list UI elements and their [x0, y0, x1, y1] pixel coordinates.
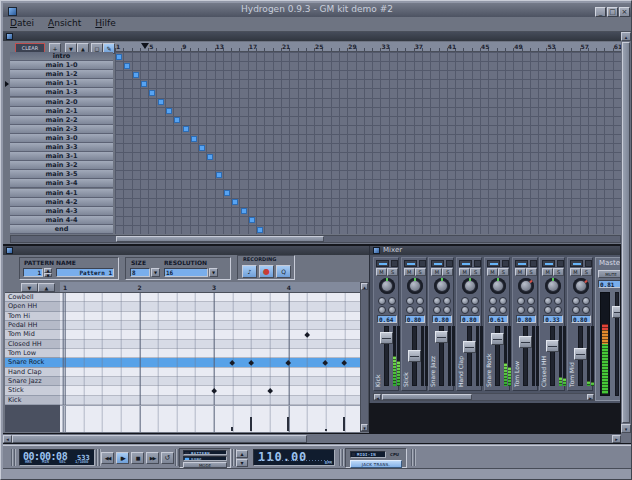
mixer-scroll-left-button[interactable]: ◂: [374, 394, 381, 400]
fx-send-knob[interactable]: [527, 306, 535, 314]
fx-send-knob[interactable]: [461, 297, 469, 305]
sequence-cell[interactable]: [166, 108, 172, 114]
fader[interactable]: [574, 348, 587, 360]
pattern-row[interactable]: main 4-4: [10, 216, 113, 225]
sequence-cell[interactable]: [158, 99, 164, 105]
workspace-scroll-down-button[interactable]: ▾: [621, 424, 631, 433]
pan-knob[interactable]: [407, 278, 423, 294]
fader[interactable]: [491, 333, 504, 345]
pattern-scroll-up-button[interactable]: ▴: [361, 283, 368, 290]
trigger-button[interactable]: [542, 260, 555, 267]
instrument-row[interactable]: Snare Rock: [5, 358, 60, 367]
menu-datei[interactable]: Datei: [3, 17, 41, 31]
fx-send-knob[interactable]: [433, 306, 441, 314]
mute-button[interactable]: M: [542, 268, 553, 276]
fader[interactable]: [435, 331, 448, 343]
pattern-row[interactable]: main 3-4: [10, 179, 113, 188]
fx-send-knob[interactable]: [433, 297, 441, 305]
fx-send-knob[interactable]: [461, 306, 469, 314]
pattern-row[interactable]: main 1-0: [10, 61, 113, 70]
trigger-button[interactable]: [459, 260, 472, 267]
fx-send-knob[interactable]: [388, 306, 396, 314]
sequence-cell[interactable]: [124, 63, 130, 69]
fx-send-knob[interactable]: [517, 306, 525, 314]
sequence-cell[interactable]: [191, 136, 197, 142]
note-grid[interactable]: [60, 293, 360, 405]
fx-send-knob[interactable]: [416, 306, 424, 314]
instrument-row[interactable]: Pedal HH: [5, 321, 60, 330]
song-timeline-ruler[interactable]: 15913172125293337414549535761: [115, 42, 621, 52]
fx-send-knob[interactable]: [406, 306, 414, 314]
pattern-row[interactable]: main 3-0: [10, 134, 113, 143]
mute-button[interactable]: M: [570, 268, 581, 276]
workspace-hscroll-thumb[interactable]: [12, 435, 307, 443]
pattern-row[interactable]: main 3-2: [10, 161, 113, 170]
instrument-row[interactable]: Stick: [5, 386, 60, 395]
velocity-bar[interactable]: [231, 427, 233, 431]
master-fader[interactable]: [612, 306, 620, 318]
pattern-row[interactable]: main 1-2: [10, 70, 113, 79]
song-editor-hscrollbar[interactable]: [10, 235, 621, 243]
instrument-row[interactable]: Tom Hi: [5, 312, 60, 321]
pattern-row[interactable]: main 1-1: [10, 79, 113, 88]
note-grid-row[interactable]: [60, 340, 360, 349]
pattern-row[interactable]: end: [10, 225, 113, 234]
workspace-scroll-up-button[interactable]: ▴: [621, 32, 631, 41]
pattern-row[interactable]: main 3-5: [10, 170, 113, 179]
mixer-hscrollbar[interactable]: ◂ ▸: [373, 393, 595, 401]
solo-button[interactable]: S: [526, 268, 537, 276]
solo-button[interactable]: S: [553, 268, 564, 276]
velocity-bar[interactable]: [343, 417, 345, 431]
stop-button[interactable]: ■: [131, 452, 144, 464]
sequence-cell[interactable]: [232, 199, 238, 205]
pattern-row[interactable]: main 2-0: [10, 98, 113, 107]
fx-send-knob[interactable]: [499, 297, 507, 305]
song-editor-hscroll-thumb[interactable]: [116, 236, 324, 242]
bpm-display[interactable]: 110.00 BPM: [253, 449, 335, 466]
song-sequence-grid[interactable]: [115, 52, 621, 234]
song-editor-title-bar[interactable]: [3, 32, 621, 41]
record-button[interactable]: ●: [259, 265, 274, 278]
note-grid-row[interactable]: [60, 321, 360, 330]
fader[interactable]: [546, 340, 559, 352]
fx-send-knob[interactable]: [416, 297, 424, 305]
sequence-cell[interactable]: [183, 126, 189, 132]
note-grid-row[interactable]: [60, 349, 360, 358]
trigger-button[interactable]: [431, 260, 444, 267]
trigger-button[interactable]: [404, 260, 417, 267]
trigger-button[interactable]: [570, 260, 583, 267]
workspace-vscroll-thumb[interactable]: [622, 42, 630, 423]
pan-knob[interactable]: [462, 278, 478, 294]
fx-send-knob[interactable]: [544, 306, 552, 314]
mute-button[interactable]: M: [515, 268, 526, 276]
pattern-mode-indicator[interactable]: PATTERN: [183, 450, 227, 455]
sequence-cell[interactable]: [199, 145, 205, 151]
playhead-marker[interactable]: [141, 43, 149, 49]
pattern-spinner-down-button[interactable]: ▼: [44, 273, 52, 277]
mute-button[interactable]: M: [459, 268, 470, 276]
fx-send-knob[interactable]: [572, 297, 580, 305]
note-grid-row[interactable]: [60, 358, 360, 367]
sequence-cell[interactable]: [249, 217, 255, 223]
pan-knob[interactable]: [490, 278, 506, 294]
trigger-button[interactable]: [515, 260, 528, 267]
play-button[interactable]: ▮▶: [116, 452, 129, 464]
note-grid-row[interactable]: [60, 396, 360, 405]
sequence-cell[interactable]: [116, 54, 122, 60]
fx-send-knob[interactable]: [378, 297, 386, 305]
instrument-row[interactable]: Snare Jazz: [5, 377, 60, 386]
mode-button[interactable]: MODE: [183, 462, 227, 468]
sequence-cell[interactable]: [241, 208, 247, 214]
close-button[interactable]: ×: [619, 7, 630, 17]
pattern-row[interactable]: main 3-1: [10, 152, 113, 161]
minimize-button[interactable]: _: [595, 7, 606, 17]
workspace-scroll-left-button[interactable]: ◂: [3, 435, 12, 443]
fx-send-knob[interactable]: [582, 306, 590, 314]
sequence-cell[interactable]: [207, 154, 213, 160]
fx-send-knob[interactable]: [544, 297, 552, 305]
fx-send-knob[interactable]: [443, 297, 451, 305]
sequence-cell[interactable]: [257, 227, 263, 233]
fx-send-knob[interactable]: [554, 306, 562, 314]
fx-send-knob[interactable]: [554, 297, 562, 305]
fx-send-knob[interactable]: [406, 297, 414, 305]
